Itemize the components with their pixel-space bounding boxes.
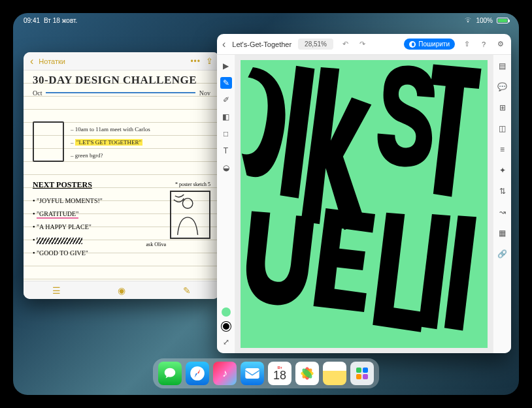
help-icon[interactable]: ? [478, 40, 489, 48]
notes-toolbar: ‹ Нотатки ••• ⇪ [24, 52, 220, 71]
back-icon[interactable]: ‹ [222, 39, 225, 50]
eraser-tool-icon[interactable]: ◧ [220, 111, 232, 123]
messages-app-icon[interactable] [158, 362, 182, 385]
compose-icon[interactable]: ⇪ [206, 56, 213, 66]
redo-icon[interactable]: ↷ [357, 39, 367, 50]
poster-ideas-list: • "JOYFUL MOMENTS!" • "GRATITUDE" • "A H… [33, 195, 103, 260]
dock: ♪ Вт 18 [153, 358, 379, 388]
svg-rect-9 [363, 374, 368, 379]
layers-icon[interactable]: ▤ [497, 60, 508, 72]
drawing-app-window[interactable]: ••• ‹ Let's-Get-Together 28,51% ↶ ↷ Поши… [217, 34, 511, 353]
ask-note: ask Oliva [146, 242, 166, 247]
bullet-list: – 10am to 11am meet with Carlos – "LET'S… [71, 123, 150, 162]
svg-rect-8 [356, 374, 361, 379]
battery-percent: 100% [476, 17, 493, 24]
status-date: Вт 18 жовт. [44, 17, 77, 24]
month-line [46, 92, 195, 93]
poster-sketch-2 [170, 191, 210, 239]
undo-icon[interactable]: ↶ [340, 39, 350, 50]
checklist-icon[interactable]: ☰ [52, 285, 61, 296]
brush-tool-icon[interactable]: ✎ [220, 77, 232, 89]
next-posters-heading: NEXT POSTERS [33, 180, 92, 190]
pen-tool-icon[interactable]: ✐ [220, 94, 232, 106]
canvas[interactable] [235, 55, 493, 353]
notes-app-icon[interactable] [323, 362, 346, 385]
color-swatch-black[interactable] [222, 322, 231, 331]
link-icon[interactable]: 🔗 [497, 248, 508, 260]
settings-icon[interactable]: ⚙ [495, 40, 506, 48]
adjust-icon[interactable]: ⊞ [497, 102, 508, 114]
calendar-date: 18 [273, 369, 286, 381]
export-icon[interactable]: ⇧ [461, 40, 472, 48]
svg-rect-7 [363, 368, 368, 373]
fill-tool-icon[interactable]: ◒ [220, 162, 232, 174]
path-icon[interactable]: ↝ [497, 206, 508, 218]
align-icon[interactable]: ≡ [497, 144, 508, 155]
safari-app-icon[interactable] [186, 362, 209, 385]
svg-rect-1 [245, 368, 259, 379]
status-time: 09:41 [24, 17, 40, 24]
mail-app-icon[interactable] [241, 362, 264, 385]
note-title: 30-DAY DESIGN CHALLENGE [33, 74, 210, 87]
expand-icon[interactable]: ⤢ [220, 336, 232, 348]
artwork [241, 60, 488, 348]
svg-rect-6 [356, 368, 361, 373]
calendar-app-icon[interactable]: Вт 18 [268, 362, 291, 385]
chat-icon[interactable]: 💬 [497, 81, 508, 93]
markup-icon[interactable]: ✎ [183, 285, 191, 296]
left-tool-rail: ▶ ✎ ✐ ◧ □ T ◒ ⤢ [217, 55, 235, 353]
grid-icon[interactable]: ▦ [497, 227, 508, 239]
person-icon [409, 41, 416, 48]
notes-bottom-bar: ☰ ◉ ✎ [24, 281, 220, 299]
app-library-icon[interactable] [350, 362, 374, 385]
notes-back-label[interactable]: Нотатки [39, 57, 65, 65]
poster-sketch-1 [33, 121, 64, 162]
month-left: Oct [33, 89, 42, 97]
zoom-level[interactable]: 28,51% [298, 39, 333, 50]
wifi-icon [464, 17, 472, 24]
camera-icon[interactable]: ◉ [118, 285, 125, 296]
shape-tool-icon[interactable]: □ [220, 128, 232, 140]
poster-sketch-label: * poster sketch 5 [175, 181, 210, 187]
drawing-top-toolbar: ‹ Let's-Get-Together 28,51% ↶ ↷ Поширити… [217, 34, 511, 55]
right-tool-rail: ▤ 💬 ⊞ ◫ ≡ ✦ ⇅ ↝ ▦ 🔗 [493, 55, 511, 353]
battery-icon [497, 18, 508, 24]
text-tool-icon[interactable]: T [220, 145, 232, 157]
share-button[interactable]: Поширити [404, 39, 455, 50]
photos-app-icon[interactable] [295, 362, 319, 385]
effects-icon[interactable]: ✦ [497, 165, 508, 176]
music-app-icon[interactable]: ♪ [213, 362, 237, 385]
transform-icon[interactable]: ◫ [497, 123, 508, 134]
color-swatch-green[interactable] [222, 307, 231, 317]
notes-window[interactable]: ‹ Нотатки ••• ⇪ 30-DAY DESIGN CHALLENGE … [24, 52, 220, 299]
status-bar: 09:41 Вт 18 жовт. 100% [13, 13, 519, 27]
document-title[interactable]: Let's-Get-Together [232, 40, 291, 48]
flip-icon[interactable]: ⇅ [497, 185, 508, 197]
back-icon[interactable]: ‹ [30, 55, 33, 67]
cursor-tool-icon[interactable]: ▶ [220, 60, 232, 72]
more-icon[interactable]: ••• [190, 57, 201, 66]
month-right: Nov [199, 89, 210, 97]
notes-content: 30-DAY DESIGN CHALLENGE Oct Nov – 10am t… [24, 71, 220, 281]
